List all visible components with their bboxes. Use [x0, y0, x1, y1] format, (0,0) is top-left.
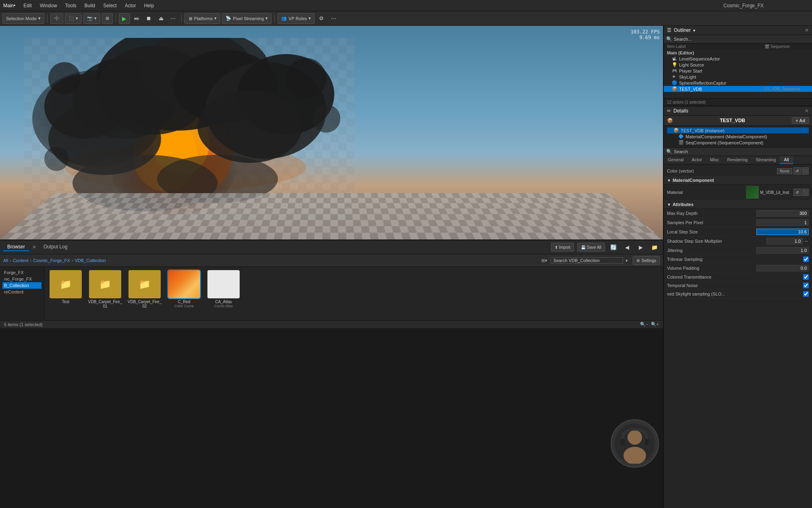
refresh-material-icon[interactable]: ↺ — [793, 189, 801, 196]
temporal-noise-checkbox[interactable] — [803, 283, 809, 288]
more-button[interactable]: ⋯ — [168, 13, 178, 24]
outliner-item-sphere[interactable]: 🔵 SphereReflectionCaptur — [664, 80, 812, 86]
samples-per-pixel-input[interactable] — [756, 219, 809, 226]
refresh-icon[interactable]: ↺ — [793, 167, 801, 175]
color-white-icon — [207, 270, 240, 298]
attributes-section[interactable]: ▼ Attributes — [664, 200, 812, 209]
tab-streaming[interactable]: Streaming — [752, 156, 780, 164]
instance-icon: 📦 — [673, 128, 679, 133]
menu-edit[interactable]: Edit — [20, 2, 35, 9]
viewport[interactable]: 103.22 FPS 9.69 ms — [0, 26, 663, 239]
outliner-item-lightsource[interactable]: 💡 Light Source — [664, 62, 812, 68]
close-details-icon[interactable]: ✕ — [805, 108, 809, 114]
platforms-button[interactable]: 🖥 Platforms ▾ — [184, 13, 220, 24]
skip-button[interactable]: ⏭ — [132, 13, 142, 24]
stop-button[interactable]: ⏹ — [144, 13, 154, 24]
search-dropdown-icon[interactable]: ▾ — [626, 258, 628, 263]
tree-item-forgefx[interactable]: Forge_FX — [2, 269, 41, 276]
selection-mode-button[interactable]: Selection Mode ▾ — [2, 13, 44, 24]
file-vdb1[interactable]: 📁 VDB_Carpet_Fire_01 — [87, 270, 123, 308]
filter-icon-outliner[interactable]: ▾ — [693, 28, 695, 33]
seq-icon: 🎬 — [678, 140, 684, 145]
trilinear-checkbox[interactable] — [803, 256, 809, 262]
tab-rendering[interactable]: Rendering — [723, 156, 752, 164]
add-component-button[interactable]: + Ad — [792, 117, 809, 124]
browser-tab[interactable]: Browser — [3, 243, 29, 251]
chevron-down-icon-3: ▾ — [94, 16, 97, 21]
tree-item-cosmic[interactable]: nic_Forge_FX — [2, 276, 41, 282]
outliner-item-playerstart[interactable]: 🎮 Player Start — [664, 68, 812, 74]
refresh-button[interactable]: 🔄 — [608, 242, 619, 252]
save-all-button[interactable]: 💾 Save All — [577, 243, 605, 252]
outliner-item-testvdb[interactable]: 📦 TEST_VDB LS_VDB_Sequence — [664, 86, 812, 92]
outliner-item-levelseq[interactable]: 📽 LevelSequenceActor — [664, 56, 812, 62]
outliner: ☰ Outliner ▾ ✕ 🔍 Item Label 🎬 Sequencer … — [664, 26, 812, 106]
file-vdb2[interactable]: 📁 VDB_Carpet_Fire_02 — [126, 270, 163, 308]
menu-window[interactable]: Window — [37, 2, 60, 9]
search-input[interactable] — [551, 257, 623, 264]
menu-actor[interactable]: Actor — [122, 2, 139, 9]
file-test[interactable]: 📁 Test — [48, 270, 84, 304]
shadow-step-arrows[interactable]: ↔ — [804, 238, 809, 244]
path-vdb-collection[interactable]: VDB_Collection — [75, 258, 106, 263]
eject-button[interactable]: ⏏ — [156, 13, 166, 24]
cb-zoom-icon[interactable]: 🔍− — [640, 322, 648, 327]
tree-item-collection[interactable]: B_Collection — [2, 282, 41, 289]
dt-instance[interactable]: 📦 TEST_VDB (Instance) — [667, 127, 809, 133]
tab-actor[interactable]: Actor — [688, 156, 706, 164]
close-outliner-icon[interactable]: ✕ — [805, 27, 809, 33]
menu-tools[interactable]: Tools — [62, 2, 80, 9]
details-search-bar: 🔍 — [664, 147, 812, 156]
pixel-streaming-button[interactable]: 📡 Pixel Streaming ▾ — [222, 13, 271, 24]
view-button[interactable]: 📷 ▾ — [83, 13, 100, 24]
file-cred[interactable]: C_Red Color Curve — [166, 270, 202, 308]
cb-zoom-in-icon[interactable]: 🔍+ — [651, 322, 659, 327]
link-material-icon[interactable]: ⬛ — [802, 189, 809, 196]
sphere-icon: 🔵 — [672, 80, 677, 85]
max-ray-depth-input[interactable] — [756, 210, 809, 217]
details-search-input[interactable] — [674, 149, 810, 154]
play-button[interactable]: ▶ — [119, 13, 130, 24]
file-caatlas[interactable]: CA_Atlas Curve Atlas — [205, 270, 242, 308]
close-browser-icon[interactable]: ✕ — [32, 244, 36, 250]
link-icon[interactable]: ⬛ — [802, 167, 809, 175]
toolbar: Selection Mode ▾ ➕ ⬛ ▾ 📷 ▾ ⊞ ▶ ⏭ ⏹ ⏏ ⋯ 🖥… — [0, 11, 812, 26]
app-title: Cosmic_Forge_FX — [723, 0, 764, 11]
shadow-step-input[interactable] — [766, 238, 803, 244]
skylight-sampling-checkbox[interactable] — [803, 291, 809, 297]
filter-icon[interactable]: ⊞▾ — [541, 258, 547, 263]
color-label: Color (vector) — [667, 169, 775, 173]
menu-help[interactable]: Help — [141, 2, 157, 9]
tab-general[interactable]: General — [664, 156, 688, 164]
more2-button[interactable]: ⋯ — [328, 13, 339, 24]
dt-seq[interactable]: 🎬 SeqComponent (SequenceComponent) — [667, 139, 809, 146]
settings-button[interactable]: ⚙ — [316, 13, 327, 24]
tab-misc[interactable]: Misc — [706, 156, 723, 164]
path-content[interactable]: Content — [13, 258, 29, 263]
dt-material[interactable]: 🔷 MaterialComponent (MaterialComponent) — [667, 133, 809, 139]
output-log-tab[interactable]: Output Log — [39, 243, 71, 251]
outliner-item-skylight[interactable]: ☀ SkyLight — [664, 74, 812, 80]
grid-button[interactable]: ⊞ — [102, 13, 113, 24]
tree-item-recontent[interactable]: reContent — [2, 289, 41, 295]
volume-padding-input[interactable] — [756, 265, 809, 271]
settings-cb-button[interactable]: ⚙ Settings — [633, 256, 660, 265]
folder-button[interactable]: 📁 — [649, 242, 660, 252]
jittering-input[interactable] — [756, 247, 809, 254]
add-content-button[interactable]: ➕ — [50, 13, 63, 24]
trilinear-row: Trilinear Sampling — [664, 255, 812, 264]
mode-button[interactable]: ⬛ ▾ — [65, 13, 82, 24]
colored-transmittance-checkbox[interactable] — [803, 274, 809, 280]
back-button[interactable]: ◀ — [622, 242, 632, 252]
path-forge-fx[interactable]: Cosmic_Forge_FX — [33, 258, 70, 263]
forward-button[interactable]: ▶ — [636, 242, 646, 252]
path-all[interactable]: All — [3, 258, 8, 263]
menu-select[interactable]: Select — [100, 2, 120, 9]
vp-roles-button[interactable]: 👥 VP Roles ▾ — [278, 13, 315, 24]
local-step-size-input[interactable] — [756, 229, 809, 235]
tab-all[interactable]: All — [780, 156, 793, 164]
menu-build[interactable]: Build — [81, 2, 99, 9]
material-section[interactable]: ▼ MaterialComponent — [664, 176, 812, 185]
import-button[interactable]: ⬆ Import — [551, 243, 574, 252]
outliner-search-input[interactable] — [674, 37, 810, 42]
